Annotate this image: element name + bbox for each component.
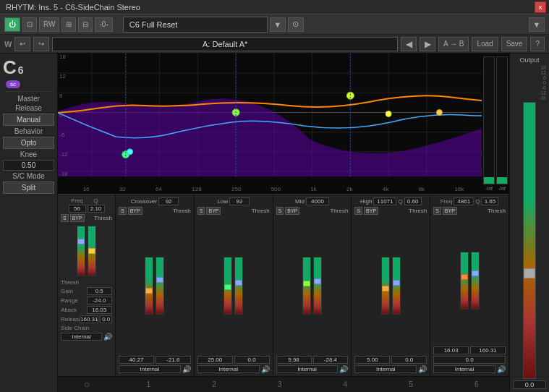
- toolbar-btn-2[interactable]: ⊞: [61, 17, 76, 32]
- master-s-button[interactable]: S: [61, 214, 69, 222]
- arrow-down-button[interactable]: ▼: [270, 17, 286, 32]
- band2-fader1-handle[interactable]: [224, 284, 231, 290]
- toolbar-btn-3[interactable]: ⊟: [78, 17, 93, 32]
- ab-button[interactable]: A → B: [438, 37, 469, 51]
- prev-preset-button[interactable]: ◀: [401, 37, 417, 51]
- band2-byp-button[interactable]: BYP: [206, 207, 221, 215]
- band5-sc-icon[interactable]: 🔊: [497, 365, 506, 373]
- band5-freq-value[interactable]: 4861: [454, 197, 474, 205]
- master-gain-fader[interactable]: [88, 226, 96, 276]
- band5-val1[interactable]: 16.03: [433, 346, 469, 354]
- band1-val2[interactable]: -21.6: [156, 356, 191, 364]
- band5-byp-button[interactable]: BYP: [443, 207, 457, 215]
- band1-sc-icon[interactable]: 🔊: [182, 365, 191, 373]
- band2-s-button[interactable]: S: [197, 207, 205, 215]
- band3-val1[interactable]: 9.98: [276, 356, 312, 364]
- master-release-value2[interactable]: 0.0: [100, 315, 112, 323]
- band2-sc-value[interactable]: Internal: [197, 365, 260, 373]
- band4-byp-button[interactable]: BYP: [364, 207, 378, 215]
- master-byp-button[interactable]: BYP: [70, 214, 85, 222]
- output-fader[interactable]: [523, 102, 536, 379]
- help-button[interactable]: ?: [530, 37, 545, 51]
- band1-val1[interactable]: 40.27: [119, 356, 154, 364]
- band2-fader2-handle[interactable]: [235, 280, 242, 286]
- eq-canvas-area[interactable]: 18 12 6 0 -6 -12 -18 16 32 64 128 2: [58, 54, 482, 194]
- band3-fader2-handle[interactable]: [314, 278, 321, 284]
- band3-s-button[interactable]: S: [276, 207, 284, 215]
- band3-freq-value[interactable]: 4000: [306, 197, 329, 205]
- next-preset-button[interactable]: ▶: [420, 37, 435, 51]
- master-sidechain-value[interactable]: Internal: [61, 333, 102, 341]
- band2-val1[interactable]: 25.00: [197, 356, 233, 364]
- band2-freq-value[interactable]: 92: [229, 197, 250, 205]
- knee-value[interactable]: 0.50: [3, 160, 54, 171]
- manual-button[interactable]: Manual: [3, 114, 54, 126]
- master-gain-handle[interactable]: [88, 248, 95, 254]
- output-value[interactable]: 0.0: [513, 380, 546, 389]
- band1-fader2-handle[interactable]: [156, 277, 163, 283]
- rw-button[interactable]: RW: [39, 17, 59, 32]
- band3-fader1-handle[interactable]: [303, 281, 310, 286]
- band4-val1[interactable]: 5.00: [354, 356, 390, 364]
- band4-val2[interactable]: 0.0: [391, 356, 427, 364]
- band5-fader2-handle[interactable]: [472, 270, 479, 276]
- band5-sc-value[interactable]: Internal: [433, 365, 495, 373]
- band4-fader2[interactable]: [392, 257, 401, 315]
- band4-sc-value[interactable]: Internal: [354, 365, 417, 373]
- band1-fader2[interactable]: [156, 257, 164, 315]
- output-fader-handle[interactable]: [524, 268, 535, 278]
- band1-sc-value[interactable]: Internal: [119, 365, 181, 373]
- master-thresh-fader[interactable]: [77, 226, 85, 276]
- master-range-value[interactable]: -24.0: [87, 297, 113, 304]
- band4-q-value[interactable]: 0.60: [404, 197, 422, 205]
- band4-freq-value[interactable]: 11071: [373, 197, 396, 205]
- band4-fader1-handle[interactable]: [382, 286, 389, 291]
- power-button[interactable]: ⏻: [4, 17, 20, 32]
- close-button[interactable]: ×: [535, 1, 546, 13]
- band5-fader1-handle[interactable]: [461, 274, 468, 280]
- band1-fader1[interactable]: [145, 257, 153, 315]
- load-button[interactable]: Load: [472, 37, 498, 51]
- band5-val3[interactable]: 0.0: [433, 356, 506, 364]
- undo-button[interactable]: ↩: [14, 37, 30, 51]
- master-thresh-handle[interactable]: [77, 239, 85, 244]
- band4-s-button[interactable]: S: [354, 207, 362, 215]
- band3-fader1[interactable]: [302, 257, 311, 315]
- save-button[interactable]: Save: [501, 37, 528, 51]
- camera-button[interactable]: ⊙: [288, 17, 304, 32]
- master-gain-value[interactable]: 0.5: [87, 287, 113, 295]
- master-q-val[interactable]: 2.10: [88, 205, 105, 213]
- band1-fader1-handle[interactable]: [145, 288, 153, 294]
- band2-val2[interactable]: 0.0: [234, 356, 270, 364]
- opto-button[interactable]: Opto: [3, 137, 54, 149]
- band5-fader2[interactable]: [471, 252, 480, 310]
- band3-sc-icon[interactable]: 🔊: [339, 365, 348, 373]
- band1-byp-button[interactable]: BYP: [128, 207, 142, 215]
- master-release-value[interactable]: 160.31: [80, 315, 98, 323]
- band1-crossover-value[interactable]: 92: [158, 197, 179, 205]
- band4-sc-icon[interactable]: 🔊: [418, 365, 427, 373]
- band3-val2[interactable]: -28.4: [313, 356, 349, 364]
- band4-fader2-handle[interactable]: [393, 280, 400, 286]
- toolbar-btn-1[interactable]: ⊡: [22, 17, 37, 32]
- band3-fader2[interactable]: [313, 257, 322, 315]
- band1-s-button[interactable]: S: [119, 207, 127, 215]
- band2-fader2[interactable]: [234, 257, 243, 315]
- preset-name-input[interactable]: [123, 17, 268, 33]
- expand-button[interactable]: ▼: [529, 17, 545, 32]
- band2-fader1[interactable]: [224, 257, 232, 315]
- band4-fader1[interactable]: [381, 257, 390, 315]
- band5-fader1[interactable]: [460, 252, 469, 310]
- split-button[interactable]: Split: [3, 182, 54, 194]
- band5-s-button[interactable]: S: [433, 207, 441, 215]
- master-sidechain-icon[interactable]: 🔊: [103, 333, 112, 341]
- band5-val2[interactable]: 160.31: [470, 346, 506, 354]
- master-attack-value[interactable]: 16.03: [87, 306, 113, 314]
- master-freq-val[interactable]: 56: [69, 205, 86, 213]
- band5-q-value[interactable]: 1.65: [481, 197, 498, 205]
- band3-byp-button[interactable]: BYP: [285, 207, 299, 215]
- band3-sc-value[interactable]: Internal: [276, 365, 339, 373]
- band2-sc-icon[interactable]: 🔊: [261, 365, 270, 373]
- redo-button[interactable]: ↪: [33, 37, 49, 51]
- toolbar-btn-4[interactable]: -0-: [95, 17, 112, 32]
